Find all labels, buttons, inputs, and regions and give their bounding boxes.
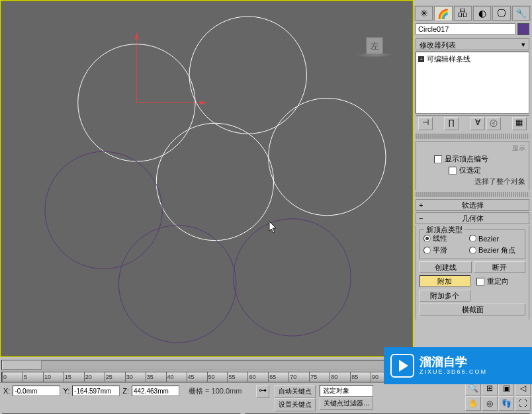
cross-section-button[interactable]: 横截面: [420, 304, 525, 315]
remove-mod-icon[interactable]: ㋑: [486, 117, 501, 130]
key-filters-button[interactable]: 关键点过滤器...: [320, 397, 373, 410]
lock-icon[interactable]: ⊶: [256, 385, 269, 398]
x-coord-label: X:: [2, 387, 11, 395]
z-coord-label: Z:: [121, 387, 130, 395]
show-result-icon[interactable]: ∏: [444, 117, 459, 130]
auto-key-button[interactable]: 自动关键点: [275, 385, 316, 398]
modifier-list-dropdown[interactable]: 修改器列表: [416, 38, 529, 50]
svg-marker-1: [134, 32, 138, 39]
selection-rollout-body: 显示 显示顶点编号 仅选定 选择了整个对象: [416, 141, 529, 190]
reorient-checkbox[interactable]: [476, 278, 484, 286]
set-key-button[interactable]: 设置关键点: [275, 398, 316, 411]
geometry-rollout[interactable]: 几何体: [416, 212, 529, 224]
viewcube-face[interactable]: 左: [366, 37, 383, 54]
orbit-icon[interactable]: ◎: [482, 396, 498, 411]
pan-icon[interactable]: ✋: [465, 396, 481, 411]
break-button[interactable]: 断开: [474, 261, 526, 273]
linear-radio[interactable]: [423, 235, 431, 242]
watermark-brand: 溜溜自学: [420, 356, 487, 369]
max-toggle-icon[interactable]: ⛶: [515, 396, 531, 411]
selection-filter-combo[interactable]: 选定对象: [320, 385, 373, 397]
time-slider[interactable]: [1, 360, 412, 370]
object-name-input[interactable]: [416, 23, 515, 35]
modifier-stack[interactable]: + 可编辑样条线: [416, 52, 529, 114]
modifier-stack-toolbar: ⊣ ∏ ∀ ㋑ ▦: [416, 115, 529, 132]
pin-stack-icon[interactable]: ⊣: [418, 117, 433, 130]
bezier-corner-radio[interactable]: [469, 247, 476, 254]
svg-point-7: [156, 123, 273, 240]
command-panel-tabs[interactable]: ✳ 🌈 品 ◐ 🖵 🔧: [414, 5, 531, 21]
smooth-radio[interactable]: [423, 247, 431, 254]
svg-point-9: [118, 226, 236, 343]
viewport-left[interactable]: 左: [0, 0, 414, 357]
attach-mult-button[interactable]: 附加多个: [420, 290, 470, 302]
viewport-nav-buttons: 🔍 ⊞ ▣ ◁ ✋ ◎ 👣 ⛶: [465, 381, 531, 411]
utilities-tab[interactable]: 🔧: [512, 6, 530, 21]
x-coord-input[interactable]: [13, 386, 60, 396]
modify-tab[interactable]: 🌈: [434, 6, 452, 21]
reorient-label: 重定向: [487, 276, 509, 286]
selected-only-checkbox[interactable]: [449, 167, 457, 175]
walk-icon[interactable]: 👣: [498, 396, 514, 411]
svg-marker-3: [200, 101, 206, 104]
soft-selection-rollout[interactable]: 软选择: [416, 199, 529, 211]
object-color-swatch[interactable]: [517, 23, 529, 35]
configure-icon[interactable]: ▦: [512, 117, 527, 130]
create-tab[interactable]: ✳: [415, 6, 433, 21]
display-section-title: 显示: [420, 144, 525, 153]
new-vertex-type-label: 新顶点类型: [424, 225, 465, 235]
display-tab[interactable]: 🖵: [492, 6, 510, 21]
time-ruler[interactable]: 0510152025303540455055606570758085909510…: [1, 372, 412, 382]
svg-point-5: [189, 17, 306, 134]
motion-tab[interactable]: ◐: [473, 6, 491, 21]
timeline[interactable]: 0510152025303540455055606570758085909510…: [0, 358, 414, 382]
bezier-radio[interactable]: [469, 235, 476, 242]
expand-icon[interactable]: +: [418, 56, 424, 62]
create-line-button[interactable]: 创建线: [420, 261, 472, 273]
geometry-rollout-body: 新顶点类型 线性 Bezier 平滑 Bezier 角点 创建线 断开 附加 重…: [416, 226, 529, 319]
grid-spacing-text: 栅格 = 100.0mm: [181, 385, 249, 411]
selected-only-label: 仅选定: [459, 165, 481, 175]
svg-point-6: [269, 98, 386, 215]
selection-info-text: 选择了整个对象: [420, 177, 525, 186]
y-coord-input[interactable]: [72, 386, 120, 396]
svg-point-8: [45, 151, 162, 269]
modifier-stack-item[interactable]: + 可编辑样条线: [418, 54, 527, 64]
make-unique-icon[interactable]: ∀: [470, 117, 485, 130]
hierarchy-tab[interactable]: 品: [454, 6, 472, 21]
z-coord-input[interactable]: [132, 386, 179, 396]
command-panel: ✳ 🌈 品 ◐ 🖵 🔧 修改器列表 + 可编辑样条线 ⊣ ∏ ∀ ㋑ ▦ 显示 …: [414, 5, 531, 356]
attach-button[interactable]: 附加: [420, 275, 470, 287]
status-bar: X: Y: Z: 栅格 = 100.0mm ⊶ 自动关键点 设置关键点 选定对象…: [0, 382, 532, 414]
show-vertex-num-label: 显示顶点编号: [445, 154, 488, 164]
svg-point-10: [234, 219, 351, 336]
watermark-banner: 溜溜自学 ZIXUE.3D66.COM: [384, 347, 532, 384]
time-slider-thumb[interactable]: [2, 360, 42, 370]
play-icon: [390, 354, 414, 378]
show-vertex-num-checkbox[interactable]: [434, 155, 442, 163]
y-coord-label: Y:: [62, 387, 71, 395]
watermark-url: ZIXUE.3D66.COM: [420, 369, 487, 376]
